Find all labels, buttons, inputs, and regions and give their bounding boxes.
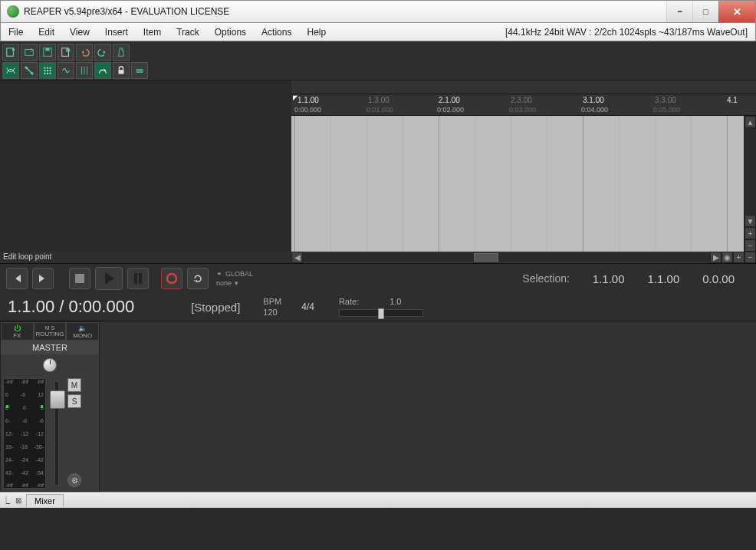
speaker-icon: 🔈 xyxy=(78,324,87,332)
save-project-icon[interactable] xyxy=(39,44,56,61)
svg-point-1 xyxy=(12,48,15,51)
pan-knob[interactable] xyxy=(43,358,57,372)
ruler[interactable]: ◤ 1.1.00 0:00.000 1.3.00 0:01.000 2.1.00… xyxy=(291,94,756,116)
scroll-thumb[interactable] xyxy=(474,253,498,262)
menu-help[interactable]: Help xyxy=(299,27,334,38)
scroll-down-icon[interactable]: ▼ xyxy=(744,215,756,227)
zoom-in-h-icon[interactable]: + xyxy=(733,252,744,263)
go-to-start-button[interactable] xyxy=(6,268,28,289)
zoom-out-h-icon[interactable]: − xyxy=(744,252,756,263)
arrange-canvas[interactable] xyxy=(291,116,744,252)
scroll-track-h[interactable] xyxy=(303,253,710,262)
zoom-out-v-icon[interactable]: − xyxy=(744,239,756,252)
link-icon: ⚭ xyxy=(216,270,222,278)
menu-insert[interactable]: Insert xyxy=(97,27,136,38)
auto-crossfade-icon[interactable] xyxy=(2,62,19,79)
play-button[interactable] xyxy=(95,267,123,290)
menu-bar: File Edit View Insert Item Track Options… xyxy=(0,23,756,41)
tab-close-icon[interactable]: ⊠ xyxy=(12,496,25,505)
menu-options[interactable]: Options xyxy=(207,27,254,38)
go-to-end-button[interactable] xyxy=(32,268,54,289)
ruler-time: 0:02.000 xyxy=(437,106,464,114)
scroll-left-icon[interactable]: ◀ xyxy=(291,252,303,263)
item-grouping-icon[interactable] xyxy=(21,62,38,79)
master-track-strip: ⏻ FX M S ROUTING 🔈 MONO MASTER -inf-inf-… xyxy=(0,321,100,492)
pause-button[interactable] xyxy=(127,268,149,289)
envelope-move-icon[interactable] xyxy=(76,62,93,79)
master-fx-button[interactable]: ⏻ FX xyxy=(1,322,34,341)
zoom-in-v-icon[interactable]: + xyxy=(744,227,756,239)
menu-view[interactable]: View xyxy=(62,27,97,38)
master-mute-button[interactable]: M xyxy=(67,378,81,392)
svg-rect-17 xyxy=(75,274,84,283)
master-mono-button[interactable]: 🔈 MONO xyxy=(66,322,99,341)
tab-mixer[interactable]: Mixer xyxy=(26,494,64,507)
metronome-icon[interactable] xyxy=(113,44,130,61)
timeline-markers[interactable] xyxy=(291,81,756,94)
open-project-icon[interactable] xyxy=(21,44,38,61)
locked-icon[interactable] xyxy=(113,62,130,79)
menu-file[interactable]: File xyxy=(1,27,31,38)
project-settings-icon[interactable]: i xyxy=(58,44,74,61)
transport-state: [Stopped] xyxy=(191,301,240,314)
svg-rect-18 xyxy=(134,273,137,284)
fader-thumb[interactable] xyxy=(50,390,65,409)
automation-mode[interactable]: ⚭GLOBAL none▾ xyxy=(216,270,253,287)
master-solo-button[interactable]: S xyxy=(67,394,81,408)
time-signature[interactable]: 4/4 xyxy=(301,301,314,312)
arrange-view[interactable]: ◤ 1.1.00 0:00.000 1.3.00 0:01.000 2.1.00… xyxy=(291,81,756,263)
menu-item[interactable]: Item xyxy=(136,27,169,38)
close-button[interactable]: ✕ xyxy=(718,1,755,22)
mixer-panel: ⏻ FX M S ROUTING 🔈 MONO MASTER -inf-inf-… xyxy=(0,321,756,492)
toolbar-extra-icon[interactable]: ECH xyxy=(131,62,148,79)
playrate-slider[interactable] xyxy=(339,309,423,317)
transport-position[interactable]: 1.1.00 / 0:00.000 xyxy=(8,297,134,317)
grid-lines-icon[interactable] xyxy=(94,62,111,79)
bpm-display[interactable]: BPM 120 xyxy=(263,296,281,318)
redo-icon[interactable] xyxy=(94,44,111,61)
track-control-panel[interactable]: Edit loop point xyxy=(0,81,291,263)
svg-rect-14 xyxy=(119,70,124,74)
window-titlebar: REAPER v5.94pre3/x64 - EVALUATION LICENS… xyxy=(0,0,756,23)
arrange-vscrollbar[interactable]: ▲ ▼ + − xyxy=(744,116,756,252)
window-buttons: ━ ▢ ✕ xyxy=(666,1,755,22)
selection-end[interactable]: 1.1.00 xyxy=(648,272,680,285)
master-fader[interactable] xyxy=(48,378,66,489)
ripple-edit-icon[interactable] xyxy=(58,62,74,79)
marker-nav-icon[interactable]: ◉ xyxy=(721,252,733,263)
svg-point-9 xyxy=(25,67,28,70)
arrange-hscrollbar[interactable]: ◀ ▶ ◉ + − xyxy=(291,252,756,263)
ruler-bar: 1.1.00 xyxy=(297,96,319,104)
new-project-icon[interactable] xyxy=(2,44,19,61)
maximize-button[interactable]: ▢ xyxy=(692,1,718,22)
menu-actions[interactable]: Actions xyxy=(254,27,299,38)
status-hint: Edit loop point xyxy=(0,252,291,263)
master-settings-button[interactable]: ⚙ xyxy=(67,473,81,487)
master-pan[interactable] xyxy=(1,354,99,376)
playrate: Rate:1.0 xyxy=(339,297,423,317)
snap-icon[interactable] xyxy=(39,62,56,79)
record-button[interactable] xyxy=(161,268,182,289)
app-icon xyxy=(7,5,19,18)
scroll-right-icon[interactable]: ▶ xyxy=(710,252,721,263)
selection-length[interactable]: 0.0.00 xyxy=(702,272,735,285)
master-routing-button[interactable]: M S ROUTING xyxy=(34,322,67,341)
selection-start[interactable]: 1.1.00 xyxy=(593,272,625,285)
menu-edit[interactable]: Edit xyxy=(31,27,62,38)
slider-thumb[interactable] xyxy=(378,308,384,319)
docker-toggle-icon[interactable]: ⎿ xyxy=(0,496,12,505)
svg-rect-3 xyxy=(45,48,49,51)
ruler-time: 0:05.000 xyxy=(653,106,680,114)
ruler-bar: 4.1 xyxy=(727,96,738,104)
chevron-down-icon: ▾ xyxy=(235,279,238,287)
audio-device-status[interactable]: [44.1kHz 24bit WAV : 2/2ch 1024spls ~43/… xyxy=(505,27,755,38)
svg-text:ECH: ECH xyxy=(137,70,143,73)
menu-track[interactable]: Track xyxy=(169,27,207,38)
scroll-track[interactable] xyxy=(744,128,756,215)
stop-button[interactable] xyxy=(69,268,90,289)
scroll-up-icon[interactable]: ▲ xyxy=(744,116,756,128)
undo-icon[interactable] xyxy=(76,44,93,61)
repeat-button[interactable] xyxy=(187,268,209,289)
ruler-bar: 1.3.00 xyxy=(368,96,390,104)
minimize-button[interactable]: ━ xyxy=(666,1,692,22)
